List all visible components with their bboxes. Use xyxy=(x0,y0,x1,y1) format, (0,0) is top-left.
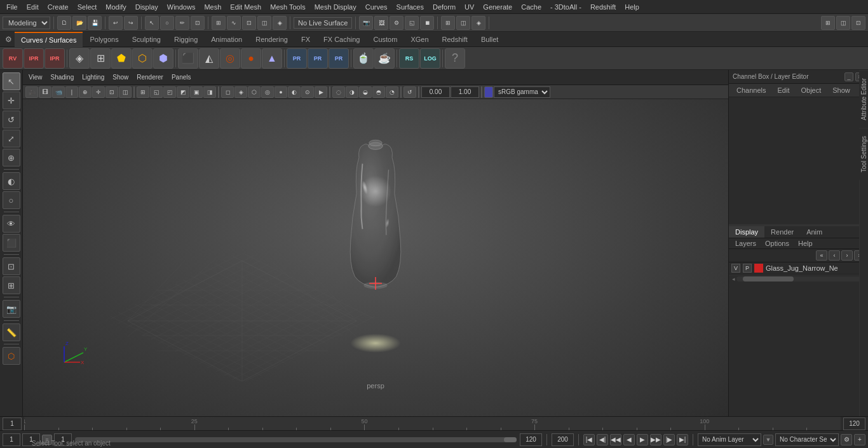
open-file-button[interactable]: 📂 xyxy=(72,16,86,30)
menu-help[interactable]: Help xyxy=(621,2,643,12)
cb-tab-edit[interactable]: Edit xyxy=(772,85,794,95)
workspace-dropdown[interactable]: Modeling xyxy=(3,17,50,29)
scroll-thumb[interactable] xyxy=(743,276,794,282)
snap-point-button[interactable]: ⊡ xyxy=(242,16,256,30)
vt-wireframe-button[interactable]: ◱ xyxy=(150,86,163,98)
shader-editor-button[interactable]: ◈ xyxy=(471,16,485,30)
menu-uv[interactable]: UV xyxy=(461,2,478,12)
step-back-button[interactable]: ◀| xyxy=(597,434,608,445)
panel-minimize-button[interactable]: _ xyxy=(844,72,853,81)
step-forward-button[interactable]: |▶ xyxy=(663,434,675,445)
shelf-combine-button[interactable]: ◈ xyxy=(69,48,90,69)
render-stop-button[interactable]: ⏹ xyxy=(420,16,434,30)
anim-layer-dropdown[interactable]: No Anim Layer xyxy=(698,433,761,446)
vt-smooth-button[interactable]: ◰ xyxy=(163,86,176,98)
render-button[interactable]: 📷 xyxy=(359,16,373,30)
view-menu[interactable]: View xyxy=(25,73,46,81)
grid-toggle-button[interactable]: ⊞ xyxy=(441,16,455,30)
timeline-end-frame[interactable] xyxy=(843,417,865,430)
menu-mesh-display[interactable]: Mesh Display xyxy=(311,2,360,12)
layer-visibility-button[interactable]: V xyxy=(731,264,740,273)
shelf-bevel-button[interactable]: ⬢ xyxy=(153,48,173,69)
menu-mesh-tools[interactable]: Mesh Tools xyxy=(266,2,309,12)
vt-light-button[interactable]: ◨ xyxy=(203,86,216,98)
ipr-render-button[interactable]: 🖼 xyxy=(374,16,388,30)
render-settings-button[interactable]: ⚙ xyxy=(390,16,403,30)
shelf-extrude-button[interactable]: ⬡ xyxy=(132,48,153,69)
layer-down-button[interactable]: › xyxy=(841,250,853,261)
tab-rendering[interactable]: Rendering xyxy=(249,32,294,47)
redshift-lt-button[interactable]: ⬡ xyxy=(3,347,20,365)
snap-grid-lt-button[interactable]: ⊞ xyxy=(3,276,20,294)
shelf-cylinder-button[interactable]: ◎ xyxy=(220,48,240,69)
char-set-dropdown[interactable]: No Character Set xyxy=(775,433,839,446)
cb-tab-show[interactable]: Show xyxy=(827,85,855,95)
menu-cache[interactable]: Cache xyxy=(517,2,545,12)
menu-redshift[interactable]: Redshift xyxy=(587,2,620,12)
shelf-render1-button[interactable]: 🍵 xyxy=(353,48,374,69)
tab-curves-surfaces[interactable]: Curves / Surfaces xyxy=(15,32,83,47)
display-settings-button[interactable]: ⊡ xyxy=(851,16,865,30)
prev-frame-button[interactable]: ◀ xyxy=(623,434,635,445)
vt-shaded-button[interactable]: ◩ xyxy=(177,86,189,98)
play-back-button[interactable]: ◀◀ xyxy=(610,434,621,445)
vt-gizmo-button[interactable]: ✛ xyxy=(92,86,105,98)
panels-menu[interactable]: Panels xyxy=(168,73,194,81)
select-tool-button[interactable]: ↖ xyxy=(145,16,159,30)
cb-tab-object[interactable]: Object xyxy=(796,85,826,95)
anim-end-input[interactable] xyxy=(520,433,542,446)
menu-mesh[interactable]: Mesh xyxy=(200,2,225,12)
next-frame-button[interactable]: ▶▶ xyxy=(650,434,661,445)
paint-select-button[interactable]: ✏ xyxy=(175,16,189,30)
scroll-left-arrow[interactable]: ◂ xyxy=(730,276,736,282)
vt-camera-button[interactable]: 🎥 xyxy=(25,86,38,98)
layer-color-swatch[interactable] xyxy=(754,264,763,273)
layer-horizontal-scrollbar[interactable]: ◂ ▸ xyxy=(729,275,868,282)
tab-fx[interactable]: FX xyxy=(295,32,316,47)
shelf-sphere-button[interactable]: ● xyxy=(241,48,261,69)
menu-deform[interactable]: Deform xyxy=(429,2,459,12)
new-file-button[interactable]: 🗋 xyxy=(57,16,71,30)
tab-xgen[interactable]: XGen xyxy=(404,32,435,47)
vt-reset-button[interactable]: ↺ xyxy=(403,86,416,98)
vt-xray-button[interactable]: ◐ xyxy=(288,86,301,98)
vt-motion-blur-button[interactable]: ◔ xyxy=(386,86,398,98)
menu-modify[interactable]: Modify xyxy=(102,2,130,12)
tab-fx-caching[interactable]: FX Caching xyxy=(317,32,366,47)
shelf-render2-button[interactable]: ☕ xyxy=(374,48,395,69)
anim-max-input[interactable] xyxy=(552,433,574,446)
scroll-track[interactable] xyxy=(736,276,860,282)
snap-point-lt-button[interactable]: ⊡ xyxy=(3,257,20,275)
tool-settings-tab[interactable]: Tool Settings xyxy=(859,128,868,180)
render-region-button[interactable]: ◱ xyxy=(405,16,419,30)
shading-menu[interactable]: Shading xyxy=(48,73,78,81)
resolution-button[interactable]: ◫ xyxy=(836,16,850,30)
layer-playback-button[interactable]: P xyxy=(743,264,752,273)
play-forward-button[interactable]: ▶ xyxy=(637,434,648,445)
cb-tab-channels[interactable]: Channels xyxy=(731,85,771,95)
lasso-select-button[interactable]: ○ xyxy=(160,16,174,30)
go-to-end-button[interactable]: ▶| xyxy=(677,434,688,445)
vt-display-button[interactable]: ◫ xyxy=(119,86,132,98)
anim-layer-options-button[interactable]: ▼ xyxy=(763,435,773,445)
rotate-tool-button[interactable]: ↺ xyxy=(3,111,20,128)
vt-render-vp-button[interactable]: ▶ xyxy=(315,86,327,98)
gamma-select[interactable]: sRGB gamma xyxy=(494,86,550,98)
select-tool-lt-button[interactable]: ↖ xyxy=(3,72,20,90)
layer-up-button[interactable]: ‹ xyxy=(829,250,840,261)
scene-settings-button[interactable]: ⊞ xyxy=(821,16,835,30)
shelf-help-button[interactable]: ? xyxy=(445,48,465,69)
viewport-canvas[interactable]: Y X Z persp xyxy=(23,99,728,416)
vt-hud-button[interactable]: ◌ xyxy=(332,86,345,98)
layer-prev-button[interactable]: « xyxy=(816,250,827,261)
vt-quality2-button[interactable]: ● xyxy=(275,86,287,98)
lighting-menu[interactable]: Lighting xyxy=(79,73,107,81)
timeline-ruler[interactable]: 1255075100 xyxy=(24,417,841,431)
menu-edit[interactable]: Edit xyxy=(23,2,43,12)
menu-windows[interactable]: Windows xyxy=(163,2,200,12)
menu-generate[interactable]: Generate xyxy=(479,2,516,12)
layer-options-menu[interactable]: Options xyxy=(761,238,793,248)
vt-ao-button[interactable]: ◒ xyxy=(359,86,372,98)
layer-help-menu[interactable]: Help xyxy=(794,238,817,248)
vt-shaded2-button[interactable]: ▣ xyxy=(190,86,203,98)
